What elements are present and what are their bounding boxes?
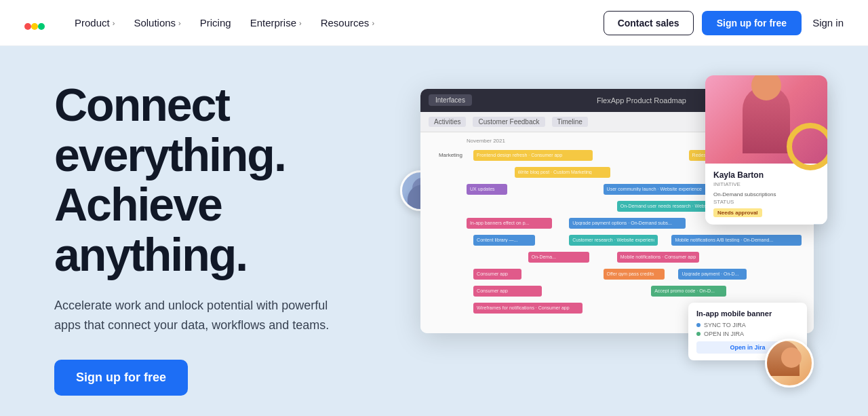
profile-tag: INITIATIVE xyxy=(713,181,819,187)
hero-illustration: Interfaces FlexApp Product Roadmap Activ… xyxy=(393,75,814,401)
profile-initiative: On-Demand subscriptions xyxy=(713,191,819,197)
signin-button[interactable]: Sign in xyxy=(810,12,846,34)
nav-item-product[interactable]: Product › xyxy=(66,12,123,34)
toolbar-activities: Activities xyxy=(429,117,466,127)
signup-nav-button[interactable]: Sign up for free xyxy=(702,11,802,35)
profile-status-label: STATUS xyxy=(713,199,819,205)
dashboard-tab: Interfaces xyxy=(429,94,472,106)
hero-heading: Connect everything. Achieve anything. xyxy=(54,80,407,280)
chevron-down-icon: › xyxy=(113,19,115,27)
hero-subtext: Accelerate work and unlock potential wit… xyxy=(54,296,339,335)
toolbar-feedback: Customer Feedback xyxy=(473,117,545,127)
chevron-down-icon: › xyxy=(372,19,374,27)
gantt-row: On-Dema... Mobile notifications · Consum… xyxy=(426,250,808,265)
svg-point-1 xyxy=(24,23,31,30)
svg-point-3 xyxy=(38,23,45,30)
chevron-down-icon: › xyxy=(299,19,302,27)
profile-name: Kayla Barton xyxy=(713,170,819,180)
logo[interactable] xyxy=(22,10,47,36)
gantt-row: Consumer app Offer gym pass credits Upgr… xyxy=(426,267,808,282)
avatar-bottom-right xyxy=(765,339,814,387)
chevron-down-icon: › xyxy=(178,19,181,27)
profile-status-chip: Needs approval xyxy=(713,208,762,217)
popup-row1: SYNC TO JIRA xyxy=(696,322,799,328)
month-label: November 2021 xyxy=(467,138,505,144)
gantt-row: Content library —... Customer research ·… xyxy=(426,233,808,248)
popup-row2: OPEN IN JIRA xyxy=(696,330,799,337)
nav-links: Product › Solutions › Pricing Enterprise… xyxy=(66,12,604,34)
svg-point-2 xyxy=(31,23,38,30)
nav-item-resources[interactable]: Resources › xyxy=(313,12,382,34)
contact-sales-button[interactable]: Contact sales xyxy=(604,11,694,35)
toolbar-timeline: Timeline xyxy=(552,117,588,127)
nav-item-solutions[interactable]: Solutions › xyxy=(125,12,189,34)
nav-item-enterprise[interactable]: Enterprise › xyxy=(242,12,310,34)
nav-right: Contact sales Sign up for free Sign in xyxy=(604,11,846,35)
nav-item-pricing[interactable]: Pricing xyxy=(192,12,239,34)
profile-card: Kayla Barton INITIATIVE On-Demand subscr… xyxy=(705,75,827,225)
gantt-row: Consumer app Accept promo code · On-D... xyxy=(426,284,808,299)
hero-content: Connect everything. Achieve anything. Ac… xyxy=(54,80,407,395)
signup-hero-button[interactable]: Sign up for free xyxy=(54,360,188,396)
main-nav: Product › Solutions › Pricing Enterprise… xyxy=(0,0,868,46)
hero-section: Connect everything. Achieve anything. Ac… xyxy=(0,46,868,416)
popup-title: In-app mobile banner xyxy=(696,309,799,318)
